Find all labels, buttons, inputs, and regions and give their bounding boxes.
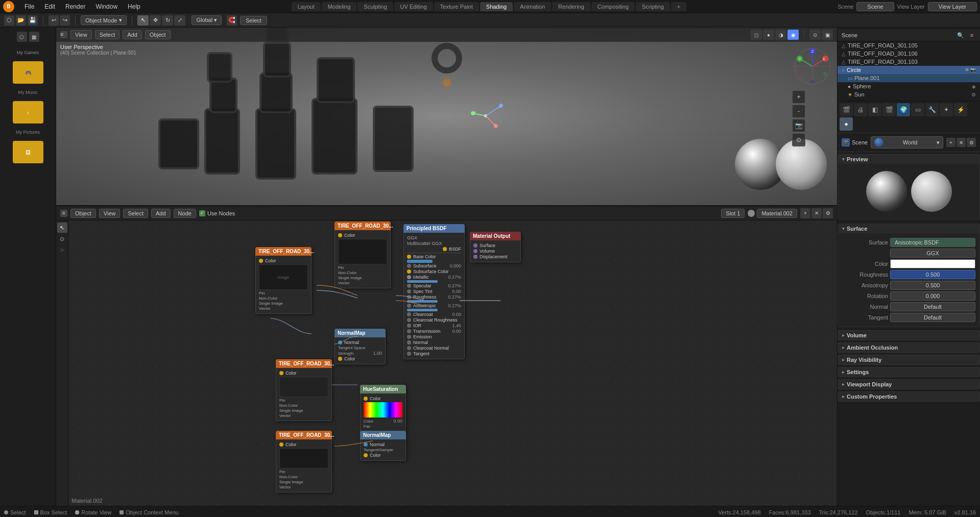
pictures-folder[interactable]: 🖼 xyxy=(13,141,43,163)
ne-header-icon[interactable]: ≡ xyxy=(60,210,67,217)
outliner-item-sun[interactable]: ☀ Sun ⚙ xyxy=(838,90,980,99)
menu-file[interactable]: File xyxy=(20,2,38,11)
sidebar-games[interactable]: My Games xyxy=(5,47,51,58)
outliner-item-plane001[interactable]: ▭ Plane.001 xyxy=(838,74,980,82)
prop-section-ao[interactable]: ▸ Ambient Occlusion xyxy=(838,342,980,353)
scene-dropdown[interactable]: Scene xyxy=(856,2,894,11)
3d-viewport[interactable]: ≡ View Select Add Object ◻ ● ◑ ◉ ⊙ ▣ xyxy=(56,28,837,206)
world-settings-icon[interactable]: ⚙ xyxy=(967,138,976,147)
outliner-eye-icon[interactable]: 👁 xyxy=(965,67,969,72)
games-folder[interactable]: 🎮 xyxy=(13,61,43,84)
tab-compositing[interactable]: Compositing xyxy=(591,2,635,11)
material-dropdown[interactable]: Material.002 xyxy=(757,209,797,218)
menu-help[interactable]: Help xyxy=(124,2,145,11)
scale-tool[interactable]: ⤢ xyxy=(174,15,185,26)
world-unlink-icon[interactable]: ✕ xyxy=(957,138,966,147)
roughness-input[interactable]: 0.500 xyxy=(890,270,975,279)
open-file-icon[interactable]: 📂 xyxy=(16,15,26,26)
ne-node-btn[interactable]: Node xyxy=(174,209,196,218)
viewport-select-btn[interactable]: Select xyxy=(95,30,120,39)
cursor-dot[interactable] xyxy=(443,79,451,87)
anisotropy-input[interactable]: 0.500 xyxy=(890,281,975,290)
color-swatch[interactable] xyxy=(890,259,975,268)
viewport-object-btn[interactable]: Object xyxy=(145,30,171,39)
ne-tool-hand[interactable]: ☞ xyxy=(57,245,67,255)
tab-animation[interactable]: Animation xyxy=(514,2,551,11)
overlay-icon[interactable]: ⊙ xyxy=(809,30,821,40)
world-dropdown[interactable]: World ▾ xyxy=(871,136,943,149)
node-image-texture-1[interactable]: TIRE_OFF_ROAD_30... Color image Pin Non-… xyxy=(255,247,312,314)
outliner-item-tire106[interactable]: △ TIRE_OFF_ROAD_301.106 xyxy=(838,50,980,58)
prop-modifier-icon[interactable]: 🔧 xyxy=(925,103,939,116)
ne-close-icon[interactable]: ✕ xyxy=(811,208,822,218)
outliner-item-tire105[interactable]: △ TIRE_OFF_ROAD_301.105 xyxy=(838,41,980,50)
outliner-camera-icon[interactable]: 📷 xyxy=(970,67,976,72)
music-folder[interactable]: ♪ xyxy=(13,101,43,124)
zoom-out-icon[interactable]: - xyxy=(792,105,805,118)
save-file-icon[interactable]: 💾 xyxy=(28,15,38,26)
slot-dropdown[interactable]: Slot 1 xyxy=(721,209,745,218)
tab-sculpting[interactable]: Sculpting xyxy=(357,2,393,11)
use-nodes-checkbox[interactable]: ✓ xyxy=(199,210,205,216)
ne-tool-view[interactable]: ⊙ xyxy=(57,234,67,244)
new-file-icon[interactable]: ⬡ xyxy=(4,15,14,26)
preview-section-header[interactable]: ▾ Preview xyxy=(838,155,979,164)
undo-icon[interactable]: ↩ xyxy=(49,15,59,26)
rendered-mode-icon[interactable]: ◉ xyxy=(787,30,799,40)
zoom-in-icon[interactable]: + xyxy=(792,90,805,104)
menu-window[interactable]: Window xyxy=(91,2,122,11)
prop-section-settings[interactable]: ▸ Settings xyxy=(838,367,980,377)
tab-modeling[interactable]: Modeling xyxy=(322,2,357,11)
prop-section-volume[interactable]: ▸ Volume xyxy=(838,330,980,340)
ne-select-btn[interactable]: Select xyxy=(123,209,148,218)
transform-gizmo[interactable] xyxy=(465,95,506,137)
node-normal-map-2[interactable]: NormalMap Normal Tangent/Sample Color xyxy=(360,431,406,461)
outliner-filter-icon[interactable]: ≡ xyxy=(968,31,976,39)
viewport-header-icon[interactable]: ≡ xyxy=(60,31,67,38)
tab-texture-paint[interactable]: Texture Paint xyxy=(434,2,479,11)
node-image-texture-3[interactable]: TIRE_OFF_ROAD_30... Color Pin Non-Color … xyxy=(276,359,332,421)
material-preview-icon[interactable]: ◑ xyxy=(775,30,786,40)
prop-particles-icon[interactable]: ✦ xyxy=(940,103,953,116)
ne-tool-select[interactable]: ↖ xyxy=(57,223,67,233)
node-material-output[interactable]: Material Output Surface Volume Displacem… xyxy=(470,232,521,262)
outliner-item-circle[interactable]: ○ Circle 👁 📷 xyxy=(838,66,980,74)
sidebar-tool2[interactable]: ▦ xyxy=(29,32,39,42)
local-view-icon[interactable]: ⊙ xyxy=(792,133,805,146)
prop-object-icon[interactable]: ▭ xyxy=(911,103,924,116)
solid-mode-icon[interactable]: ● xyxy=(763,30,774,40)
ne-object-btn[interactable]: Object xyxy=(70,209,96,218)
snap-icon[interactable]: 🧲 xyxy=(227,15,237,26)
sidebar-pictures[interactable]: My Pictures xyxy=(5,127,51,138)
cursor-tool[interactable]: ↖ xyxy=(137,15,149,26)
surface-type-dropdown[interactable]: Anisotropic BSDF xyxy=(890,238,975,247)
tab-uv-editing[interactable]: UV Editing xyxy=(394,2,433,11)
node-normal-map[interactable]: NormalMap Normal Tangent Space Strength1… xyxy=(334,329,386,364)
rotation-input[interactable]: 0.000 xyxy=(890,291,975,301)
tab-shading[interactable]: Shading xyxy=(480,2,513,11)
outliner-search-icon[interactable]: 🔍 xyxy=(957,31,965,39)
ne-settings-icon[interactable]: ⚙ xyxy=(823,208,833,218)
xray-icon[interactable]: ▣ xyxy=(822,30,833,40)
tab-layout[interactable]: Layout xyxy=(292,2,321,11)
viewport-view-btn[interactable]: View xyxy=(70,30,92,39)
prop-section-custom-props[interactable]: ▸ Custom Properties xyxy=(838,391,980,402)
normal-input[interactable]: Default xyxy=(890,302,975,311)
prop-material-icon[interactable]: ● xyxy=(840,117,853,131)
navigation-gizmo[interactable]: X Y Z xyxy=(792,46,833,87)
sidebar-tool1[interactable]: ⬡ xyxy=(17,32,27,42)
outliner-item-tire103[interactable]: △ TIRE_OFF_ROAD_301.103 xyxy=(838,58,980,66)
ne-add-btn[interactable]: Add xyxy=(151,209,171,218)
tangent-input[interactable]: Default xyxy=(890,313,975,322)
outliner-item-sphere[interactable]: ● Sphere ◈ xyxy=(838,82,980,90)
viewport-add-btn[interactable]: Add xyxy=(123,30,142,39)
view-layer-dropdown[interactable]: View Layer xyxy=(928,2,977,11)
prop-scene-icon[interactable]: 🎬 xyxy=(882,103,896,116)
rotate-tool[interactable]: ↻ xyxy=(162,15,173,26)
global-dropdown[interactable]: Global ▾ xyxy=(192,15,222,25)
redo-icon[interactable]: ↪ xyxy=(60,15,70,26)
node-image-texture-4[interactable]: TIRE_OFF_ROAD_30... Color Pin Non-Color … xyxy=(276,431,332,493)
prop-render-icon[interactable]: 🎬 xyxy=(840,103,853,116)
surface-section-header[interactable]: ▾ Surface xyxy=(838,224,979,233)
camera-view-icon[interactable]: 📷 xyxy=(792,119,805,132)
